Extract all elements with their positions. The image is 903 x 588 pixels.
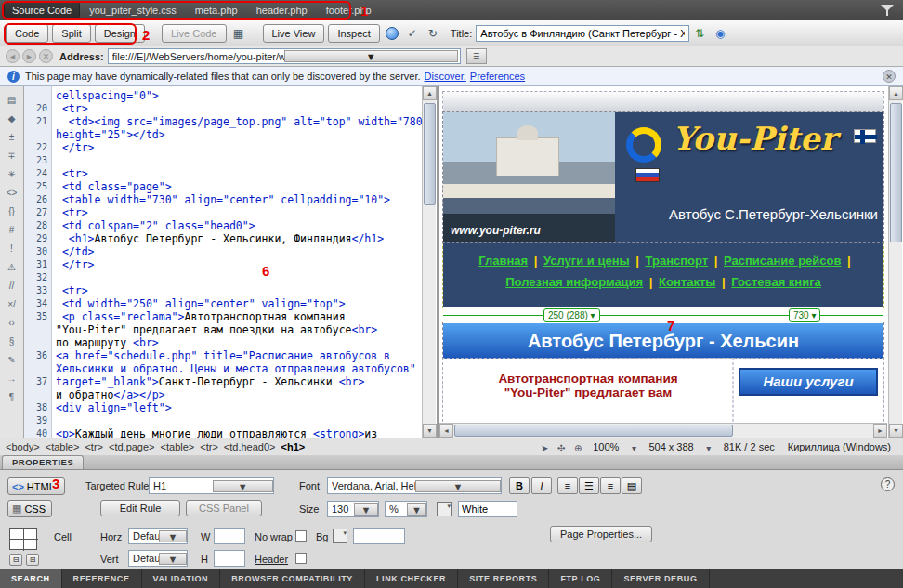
document-title-input[interactable] bbox=[476, 25, 689, 42]
nav-link[interactable]: Полезная информация bbox=[505, 275, 643, 289]
results-tab-link-checker[interactable]: LINK CHECKER bbox=[365, 569, 458, 588]
tag-selector-item[interactable]: <td.head0> bbox=[224, 441, 276, 452]
nav-link[interactable]: Главная bbox=[478, 254, 528, 268]
tag-selector-item[interactable]: <table> bbox=[161, 441, 195, 452]
related-file-tab[interactable]: meta.php bbox=[186, 3, 247, 18]
window-size[interactable]: 504 x 388 bbox=[648, 441, 693, 452]
move-css-icon[interactable]: ✎ bbox=[3, 352, 21, 369]
properties-tab[interactable]: PROPERTIES bbox=[2, 455, 84, 469]
scroll-up-icon[interactable]: ▲ bbox=[889, 86, 903, 100]
tag-selector-item[interactable]: <table> bbox=[46, 441, 80, 452]
text-color-input[interactable] bbox=[458, 501, 517, 517]
discover-link[interactable]: Discover. bbox=[425, 71, 466, 82]
address-input[interactable]: file:///E|/WebServers/home/you-piter/www… bbox=[108, 48, 461, 64]
indent-code-icon[interactable]: → bbox=[3, 371, 21, 387]
compare-files-icon[interactable]: ▦ bbox=[230, 26, 247, 41]
browse-options-icon[interactable]: ☰ bbox=[466, 48, 487, 64]
forward-icon[interactable]: ► bbox=[22, 49, 36, 63]
preferences-link[interactable]: Preferences bbox=[470, 71, 525, 82]
back-icon[interactable]: ◄ bbox=[6, 49, 20, 63]
infobar-close-icon[interactable]: ✕ bbox=[883, 70, 896, 83]
select-parent-tag-icon[interactable]: <> bbox=[3, 185, 21, 202]
file-status-icon[interactable]: ◉ bbox=[712, 26, 728, 41]
expand-all-icon[interactable]: ✳ bbox=[3, 166, 21, 183]
cell-width-input[interactable] bbox=[214, 528, 245, 544]
page-properties-button[interactable]: Page Properties... bbox=[550, 526, 652, 542]
results-tab-browser-compatibility[interactable]: BROWSER COMPATIBILITY bbox=[220, 569, 365, 588]
tag-selector-item[interactable]: <tr> bbox=[200, 441, 218, 452]
scroll-right-icon[interactable]: ► bbox=[873, 424, 887, 438]
column-width-right[interactable]: 730 ▾ bbox=[789, 308, 820, 322]
collapse-selection-icon[interactable]: ∓ bbox=[3, 148, 21, 164]
design-vertical-scrollbar[interactable]: ▲ ▼ bbox=[888, 86, 902, 438]
tag-selector-item[interactable]: <body> bbox=[6, 441, 40, 452]
results-tab-server-debug[interactable]: SERVER DEBUG bbox=[612, 569, 709, 588]
results-tab-validation[interactable]: VALIDATION bbox=[142, 569, 221, 588]
horz-select[interactable]: Default ▼ bbox=[128, 528, 188, 544]
refresh-design-view-icon[interactable]: ↻ bbox=[425, 26, 441, 41]
align-right-icon[interactable]: ≡ bbox=[600, 477, 621, 494]
split-view-button[interactable]: Split bbox=[52, 24, 90, 43]
format-source-icon[interactable]: ¶ bbox=[3, 389, 21, 406]
no-wrap-checkbox[interactable] bbox=[295, 530, 307, 542]
bold-button[interactable]: B bbox=[509, 477, 530, 494]
size-dropdown-icon[interactable]: ▾ bbox=[700, 440, 717, 454]
related-file-tab[interactable]: footer.php bbox=[317, 3, 381, 18]
font-select[interactable]: Verdana, Arial, Helvetica, sans-serif ▼ bbox=[327, 477, 502, 494]
code-navigator-icon[interactable]: ◆ bbox=[3, 111, 21, 127]
apply-comment-icon[interactable]: // bbox=[3, 278, 21, 294]
nav-link[interactable]: Гостевая книга bbox=[731, 275, 821, 289]
design-view[interactable]: www.you-piter.ru You-Piter Автобус С.Пет… bbox=[439, 86, 887, 423]
cell-height-input[interactable] bbox=[214, 550, 245, 567]
edit-rule-button[interactable]: Edit Rule bbox=[100, 500, 180, 516]
live-view-button[interactable]: Live View bbox=[263, 24, 325, 43]
help-icon[interactable]: ? bbox=[881, 477, 895, 491]
scroll-down-icon[interactable]: ▼ bbox=[423, 424, 437, 438]
merge-cells-icon[interactable]: ⊟ bbox=[9, 554, 22, 566]
wrap-tag-icon[interactable]: ‹› bbox=[3, 315, 21, 332]
results-tab-search[interactable]: SEARCH bbox=[0, 569, 62, 588]
nav-link[interactable]: Контакты bbox=[659, 275, 715, 289]
tag-selector-item[interactable]: <h1> bbox=[281, 441, 306, 452]
split-cell-icon[interactable]: ⊞ bbox=[26, 554, 39, 566]
nav-link[interactable]: Расписание рейсов bbox=[724, 254, 841, 268]
file-transfer-icon[interactable]: ⇅ bbox=[691, 26, 708, 41]
html-mode-button[interactable]: <> HTML bbox=[7, 477, 65, 495]
syntax-error-alerts-icon[interactable]: ⚠ bbox=[3, 259, 21, 276]
address-dropdown-icon[interactable]: ▼ bbox=[284, 50, 458, 62]
tab-source-code[interactable]: Source Code bbox=[4, 2, 80, 19]
related-file-tab[interactable]: header.php bbox=[247, 3, 317, 18]
results-tab-reference[interactable]: REFERENCE bbox=[62, 569, 142, 588]
line-numbers-icon[interactable]: # bbox=[3, 222, 21, 239]
vert-select[interactable]: Default ▼ bbox=[128, 550, 188, 567]
column-width-left[interactable]: 250 (288) ▾ bbox=[543, 308, 600, 322]
scroll-down-icon[interactable]: ▼ bbox=[889, 424, 903, 438]
design-horizontal-scrollbar[interactable]: ◄ ► bbox=[439, 423, 887, 438]
size-unit-select[interactable]: % ▼ bbox=[385, 501, 427, 517]
bg-color-input[interactable] bbox=[353, 528, 405, 544]
align-left-icon[interactable]: ≡ bbox=[557, 477, 578, 494]
scroll-up-icon[interactable]: ▲ bbox=[423, 86, 437, 100]
check-browser-compatibility-icon[interactable]: ✓ bbox=[404, 26, 421, 41]
collapse-full-tag-icon[interactable]: ± bbox=[3, 129, 21, 146]
italic-button[interactable]: I bbox=[531, 477, 552, 494]
open-documents-icon[interactable]: ▤ bbox=[3, 92, 21, 109]
css-mode-button[interactable]: ▦ CSS bbox=[7, 500, 52, 517]
nav-link[interactable]: Транспорт bbox=[646, 254, 709, 268]
nav-link[interactable]: Услуги и цены bbox=[543, 254, 630, 268]
zoom-level[interactable]: 100% bbox=[593, 441, 619, 452]
header-checkbox[interactable] bbox=[295, 553, 307, 564]
targeted-rule-select[interactable]: H1 ▼ bbox=[149, 477, 274, 494]
inspect-button[interactable]: Inspect bbox=[328, 24, 379, 43]
size-select[interactable]: 130 ▼ bbox=[327, 501, 379, 517]
tag-selector-item[interactable]: <tr> bbox=[85, 441, 103, 452]
preview-in-browser-icon[interactable] bbox=[386, 27, 399, 40]
zoom-tool-icon[interactable]: ⊕ bbox=[569, 440, 586, 454]
code-view-button[interactable]: Code bbox=[6, 24, 48, 43]
text-color-swatch[interactable] bbox=[437, 502, 452, 516]
related-file-tab[interactable]: you_piter_style.css bbox=[80, 3, 186, 18]
results-tab-site-reports[interactable]: SITE REPORTS bbox=[458, 569, 549, 588]
highlight-invalid-code-icon[interactable]: ! bbox=[3, 241, 21, 257]
css-panel-button[interactable]: CSS Panel bbox=[186, 500, 262, 516]
balance-braces-icon[interactable]: {} bbox=[3, 203, 21, 220]
